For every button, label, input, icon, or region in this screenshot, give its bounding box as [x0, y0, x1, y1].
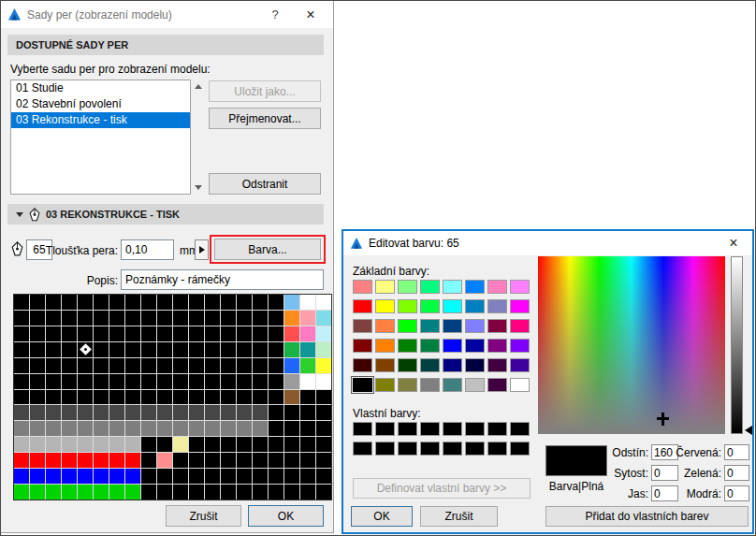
basic-color-swatch[interactable]	[353, 280, 372, 294]
pen-cell[interactable]	[173, 358, 188, 373]
pen-cell[interactable]	[46, 342, 61, 357]
pen-cell[interactable]	[78, 405, 93, 420]
pen-cell[interactable]	[237, 342, 252, 357]
pen-cell[interactable]	[62, 358, 77, 373]
scroll-down-icon[interactable]	[195, 185, 202, 190]
pen-cell[interactable]	[62, 437, 77, 452]
pen-cell[interactable]	[157, 485, 172, 500]
pen-cell[interactable]	[253, 374, 268, 389]
custom-color-swatch[interactable]	[353, 442, 372, 456]
pen-cell[interactable]	[205, 390, 220, 405]
pen-cell[interactable]	[78, 358, 93, 373]
pen-cell[interactable]	[205, 421, 220, 436]
pen-cell[interactable]	[14, 390, 29, 405]
basic-color-swatch[interactable]	[420, 378, 440, 392]
custom-color-swatch[interactable]	[510, 442, 530, 456]
pen-cell[interactable]	[30, 421, 45, 436]
pen-cell[interactable]	[221, 311, 236, 326]
basic-color-swatch[interactable]	[398, 280, 417, 294]
basic-color-swatch[interactable]	[420, 319, 440, 333]
pen-cell[interactable]	[173, 326, 188, 341]
ok-button[interactable]: OK	[351, 506, 413, 527]
basic-color-swatch[interactable]	[420, 299, 440, 313]
pen-cell[interactable]	[109, 405, 124, 420]
pen-cell[interactable]	[316, 295, 331, 310]
pen-cell[interactable]	[78, 295, 93, 310]
basic-color-swatch[interactable]	[398, 299, 417, 313]
pen-cell[interactable]	[46, 358, 61, 373]
pen-cell[interactable]	[269, 453, 284, 468]
pen-cell[interactable]	[14, 342, 29, 357]
pen-cell[interactable]	[189, 405, 204, 420]
pen-cell[interactable]	[141, 374, 156, 389]
pen-cell[interactable]	[30, 469, 45, 484]
pen-cell[interactable]	[221, 374, 236, 389]
pen-cell[interactable]	[94, 295, 109, 310]
pen-cell[interactable]	[157, 342, 172, 357]
pen-cell[interactable]	[157, 437, 172, 452]
pen-cell[interactable]	[30, 437, 45, 452]
pen-cell[interactable]	[189, 311, 204, 326]
pen-cell[interactable]	[14, 358, 29, 373]
pen-cell[interactable]	[269, 342, 284, 357]
pen-cell[interactable]	[253, 326, 268, 341]
basic-color-swatch[interactable]	[420, 280, 440, 294]
custom-color-swatch[interactable]	[398, 442, 417, 456]
basic-color-swatch[interactable]	[443, 378, 462, 392]
pen-cell[interactable]	[157, 311, 172, 326]
pen-cell[interactable]	[221, 421, 236, 436]
pen-cell[interactable]	[94, 390, 109, 405]
pen-cell[interactable]	[78, 469, 93, 484]
save-as-button[interactable]: Uložit jako...	[209, 80, 321, 102]
pen-set-item[interactable]: 02 Stavební povolení	[11, 96, 190, 112]
pen-cell[interactable]	[46, 469, 61, 484]
pen-cell[interactable]	[284, 421, 299, 436]
pen-cell[interactable]	[94, 469, 109, 484]
pen-cell[interactable]	[253, 453, 268, 468]
basic-color-swatch[interactable]	[443, 339, 462, 353]
pen-cell[interactable]	[125, 390, 140, 405]
pen-cell[interactable]	[78, 437, 93, 452]
basic-color-swatch[interactable]	[353, 378, 372, 392]
pen-cell[interactable]	[157, 374, 172, 389]
pen-cell[interactable]	[284, 469, 299, 484]
pen-cell[interactable]	[94, 421, 109, 436]
pen-cell[interactable]	[109, 421, 124, 436]
current-pen-set-header[interactable]: 03 REKONSTRUKCE - TISK	[7, 204, 324, 225]
pen-cell[interactable]	[189, 342, 204, 357]
color-button[interactable]: Barva...	[214, 239, 321, 260]
pen-cell[interactable]	[125, 405, 140, 420]
pen-cell[interactable]	[300, 453, 315, 468]
basic-color-swatch[interactable]	[353, 358, 372, 372]
pen-set-item[interactable]: 03 Rekonstrukce - tisk	[11, 112, 190, 128]
ok-button[interactable]: OK	[248, 505, 324, 527]
pen-cell[interactable]	[14, 295, 29, 310]
pen-cell[interactable]	[62, 405, 77, 420]
basic-color-swatch[interactable]	[487, 378, 507, 392]
pen-cell[interactable]	[269, 437, 284, 452]
pen-cell[interactable]	[125, 342, 140, 357]
pen-cell[interactable]	[62, 374, 77, 389]
basic-color-swatch[interactable]	[510, 280, 530, 294]
pen-cell[interactable]	[253, 421, 268, 436]
basic-color-swatch[interactable]	[398, 319, 417, 333]
pen-cell[interactable]	[46, 311, 61, 326]
pen-cell[interactable]	[30, 374, 45, 389]
pen-cell[interactable]	[78, 326, 93, 341]
pen-cell[interactable]	[46, 326, 61, 341]
pen-cell[interactable]	[62, 311, 77, 326]
pen-cell[interactable]	[157, 405, 172, 420]
basic-color-swatch[interactable]	[510, 378, 530, 392]
pen-cell[interactable]	[94, 374, 109, 389]
pen-cell[interactable]	[62, 295, 77, 310]
custom-color-swatch[interactable]	[510, 422, 530, 436]
pen-grid[interactable]	[13, 294, 332, 500]
basic-color-swatch[interactable]	[443, 358, 462, 372]
pen-cell[interactable]	[205, 342, 220, 357]
basic-color-swatch[interactable]	[487, 339, 507, 353]
pen-cell[interactable]	[125, 295, 140, 310]
pen-cell[interactable]	[157, 390, 172, 405]
pen-cell[interactable]	[237, 405, 252, 420]
pen-cell[interactable]	[125, 326, 140, 341]
basic-color-swatch[interactable]	[510, 319, 530, 333]
